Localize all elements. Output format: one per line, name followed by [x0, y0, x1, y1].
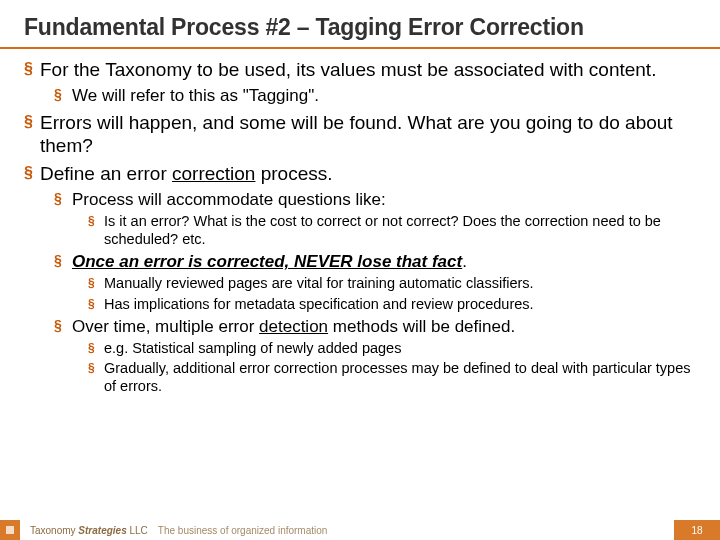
bullet-text: Gradually, additional error correction p… — [104, 360, 690, 393]
footer-tagline: The business of organized information — [158, 525, 328, 536]
page-number: 18 — [691, 525, 702, 536]
bullet-text: Errors will happen, and some will be fou… — [40, 112, 673, 156]
bullet-l3: Is it an error? What is the cost to corr… — [88, 213, 696, 248]
footer-left: Taxonomy Strategies LLC The business of … — [0, 520, 327, 540]
bullet-text: Over time, multiple error — [72, 317, 259, 336]
bullet-text-strong: Once an error is corrected, NEVER lose t… — [72, 252, 462, 271]
bullet-text-underline: correction — [172, 163, 255, 184]
content-area: For the Taxonomy to be used, its values … — [0, 59, 720, 395]
bullet-l1: Errors will happen, and some will be fou… — [24, 112, 696, 158]
logo-icon — [0, 520, 20, 540]
page-title: Fundamental Process #2 – Tagging Error C… — [0, 0, 720, 41]
bullet-l3: Has implications for metadata specificat… — [88, 296, 696, 313]
bullet-text: Define an error — [40, 163, 172, 184]
logo-inner-icon — [6, 526, 14, 534]
bullet-l2: Process will accommodate questions like:… — [54, 190, 696, 248]
brand-text-italic: Strategies — [78, 525, 126, 536]
brand-text: LLC — [127, 525, 148, 536]
bullet-text: For the Taxonomy to be used, its values … — [40, 59, 656, 80]
bullet-text: Has implications for metadata specificat… — [104, 296, 534, 312]
bullet-text: e.g. Statistical sampling of newly added… — [104, 340, 401, 356]
footer: Taxonomy Strategies LLC The business of … — [0, 520, 720, 540]
bullet-l3: Gradually, additional error correction p… — [88, 360, 696, 395]
page-number-badge: 18 — [674, 520, 720, 540]
bullet-l2: We will refer to this as "Tagging". — [54, 86, 696, 106]
bullet-text: methods will be defined. — [328, 317, 515, 336]
footer-brand: Taxonomy Strategies LLC — [30, 525, 148, 536]
bullet-l3: e.g. Statistical sampling of newly added… — [88, 340, 696, 357]
bullet-list: For the Taxonomy to be used, its values … — [24, 59, 696, 395]
bullet-l2: Over time, multiple error detection meth… — [54, 317, 696, 395]
bullet-l3: Manually reviewed pages are vital for tr… — [88, 275, 696, 292]
bullet-l1: Define an error correction process. Proc… — [24, 163, 696, 395]
bullet-l2: Once an error is corrected, NEVER lose t… — [54, 252, 696, 313]
bullet-text: Process will accommodate questions like: — [72, 190, 386, 209]
bullet-text: . — [462, 252, 467, 271]
bullet-text: process. — [255, 163, 332, 184]
bullet-text: Is it an error? What is the cost to corr… — [104, 213, 661, 246]
brand-text: Taxonomy — [30, 525, 78, 536]
bullet-text: We will refer to this as "Tagging". — [72, 86, 319, 105]
bullet-l1: For the Taxonomy to be used, its values … — [24, 59, 696, 106]
bullet-text: Manually reviewed pages are vital for tr… — [104, 275, 534, 291]
title-rule — [0, 47, 720, 49]
bullet-text-underline: detection — [259, 317, 328, 336]
slide: Fundamental Process #2 – Tagging Error C… — [0, 0, 720, 540]
